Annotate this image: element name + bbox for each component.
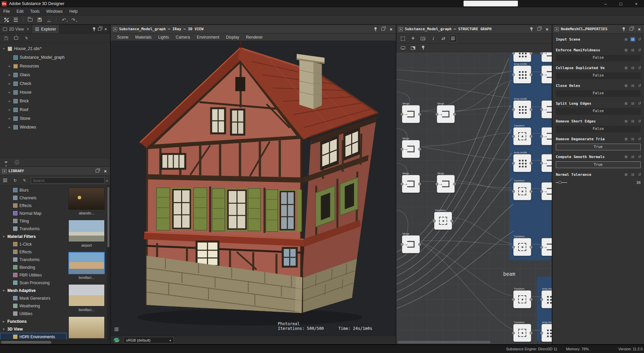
reset-icon[interactable] [637,119,642,123]
library-item[interactable]: Effects [0,248,66,256]
graph-node-body[interactable] [513,290,531,308]
graph-node-body[interactable] [402,235,420,253]
toolbar-separator[interactable] [23,17,23,22]
graph-node[interactable] [541,124,552,145]
function-icon[interactable] [630,119,635,123]
graph-canvas[interactable]: Array shuffle Merge Merge Merge [396,52,552,344]
tab-2d-view[interactable]: 2D View × [0,25,32,33]
export-icon[interactable] [45,16,53,23]
toolbar-separator[interactable] [56,17,56,22]
menu-item[interactable]: Help [66,9,81,14]
expose-parameter-icon[interactable] [624,119,629,123]
viewport-menu-item[interactable]: Environment [194,35,222,40]
menu-item[interactable]: Tools [27,9,43,14]
thumbnail-item[interactable]: abando... [68,188,105,216]
function-icon[interactable] [630,37,635,42]
pin-icon[interactable] [622,27,626,32]
library-item[interactable]: 1-Click [0,240,66,248]
maximize-button[interactable]: □ [613,0,629,7]
main-menu-icon[interactable] [12,16,19,23]
graph-node[interactable]: Transform [513,235,532,256]
graph-node-body[interactable] [541,65,552,84]
info-icon[interactable] [13,159,20,166]
viewport-menu-item[interactable]: Display [223,35,242,40]
tree-item[interactable]: ▸ Resources [0,62,110,70]
graph-node[interactable]: Transform [513,179,532,200]
graph-node-body[interactable] [541,127,552,145]
marquee-select-icon[interactable] [399,35,407,42]
tree-item[interactable]: ▾ House_21.sbs* [0,44,110,53]
library-item[interactable]: Weathering [0,302,66,310]
float-panel-icon[interactable] [381,28,385,31]
tab-explorer[interactable]: Explorer [32,25,59,33]
thumbnail-image[interactable] [68,188,105,210]
library-item[interactable]: Tiling [0,217,66,225]
pin-note-icon[interactable] [419,44,427,52]
frame-image-icon[interactable] [409,44,417,52]
tree-arrow-icon[interactable]: ▸ [8,64,11,68]
function-icon[interactable] [630,48,635,52]
close-panel-icon[interactable] [545,27,549,31]
thumbnail-item[interactable]: airport [68,220,105,249]
graph-node[interactable]: Merge [437,102,455,123]
menu-item[interactable]: Windows [43,9,66,14]
slider-track[interactable] [556,182,567,183]
expose-parameter-icon[interactable] [624,172,629,177]
property-value-button[interactable]: False [556,90,641,97]
property-value-button[interactable]: False [556,126,641,133]
tree-arrow-icon[interactable]: ▸ [8,91,11,94]
reset-icon[interactable] [637,48,642,52]
library-item[interactable]: Transforms [0,225,66,233]
tree-item[interactable]: ▸ Stone [0,114,110,123]
library-item[interactable]: Normal Map [0,209,66,217]
float-panel-icon[interactable] [98,28,101,31]
expose-parameter-icon[interactable] [624,137,629,141]
publish-icon[interactable] [13,35,19,42]
library-item[interactable]: Effects [0,202,66,209]
graph-node-body[interactable] [513,100,531,118]
reset-icon[interactable] [637,83,642,88]
graph-node[interactable]: Array shuffle [513,151,532,172]
graph-node-body[interactable] [513,238,531,256]
graph-node[interactable]: Merge [437,172,455,193]
info-icon[interactable] [429,35,437,42]
graph-node[interactable] [541,235,552,256]
close-button[interactable]: × [629,0,644,7]
graph-node[interactable]: Merge [402,172,421,193]
library-arrow-icon[interactable]: ▾ [2,289,5,292]
minimize-button[interactable]: – [598,0,613,7]
thumbnail-image[interactable] [68,284,105,306]
expose-parameter-icon[interactable] [624,101,629,106]
float-panel-icon[interactable] [537,28,541,31]
expose-parameter-icon[interactable] [624,154,629,159]
library-item[interactable]: Blending [0,263,66,271]
snapshot-icon[interactable] [419,35,427,42]
grid-snap-icon[interactable] [449,35,457,42]
tree-arrow-icon[interactable]: ▸ [8,99,11,103]
graph-node-body[interactable] [513,154,531,172]
graph-node-body[interactable] [513,182,531,200]
graph-node-body[interactable] [402,105,420,123]
tree-item[interactable]: ▸ Windows [0,123,110,132]
tree-item[interactable]: ▸ Roof [0,105,110,114]
expose-parameter-icon[interactable] [624,37,629,42]
property-value-button[interactable]: True [556,161,641,168]
graph-node-body[interactable] [541,182,552,200]
graph-node[interactable]: Transform [513,321,532,342]
slider-knob[interactable] [558,181,561,184]
library-item[interactable]: ▾ 3D View [0,325,66,333]
viewport-menu-item[interactable]: Scene [114,35,131,40]
pin-icon[interactable] [373,27,377,32]
tree-item[interactable]: ▸ Brick [0,97,110,105]
graph-node-body[interactable] [513,324,531,342]
thumbnail-item[interactable]: bonifaci... [68,284,105,313]
library-arrow-icon[interactable]: ▾ [2,235,5,238]
graph-node-body[interactable] [541,324,552,342]
refresh-icon[interactable] [11,177,18,184]
viewport-canvas[interactable]: Photoreal Iterations: 500/500 Time: 24s/… [111,41,396,336]
function-icon[interactable] [630,65,635,70]
thumbnail-scrollbar-track[interactable] [107,186,110,340]
property-slider[interactable]: 30 [556,179,641,186]
expose-parameter-icon[interactable] [624,65,629,70]
library-item[interactable]: PBR Utilities [0,271,66,279]
